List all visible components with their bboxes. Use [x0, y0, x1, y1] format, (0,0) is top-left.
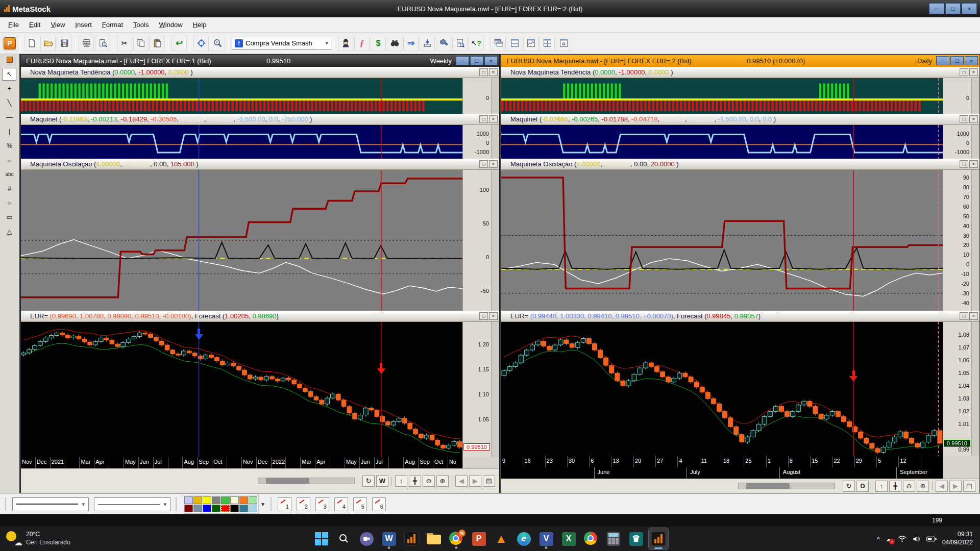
- dollar-button[interactable]: $: [371, 36, 386, 51]
- taskbar-app-vlc[interactable]: ▲: [492, 528, 511, 549]
- taskbar-app-chat[interactable]: [357, 528, 376, 549]
- tray-volume[interactable]: [912, 535, 921, 543]
- text-tool-tool[interactable]: abc: [3, 168, 16, 181]
- horizontal-scrollbar[interactable]: [738, 483, 835, 489]
- taskbar-app-explorer[interactable]: [424, 528, 444, 549]
- oscilacao-chart[interactable]: [501, 170, 943, 311]
- crosshair-tool[interactable]: +: [3, 82, 16, 95]
- window-maximize-button[interactable]: □: [470, 56, 483, 65]
- horizontal-line-tool[interactable]: —: [3, 111, 16, 123]
- period-button[interactable]: D: [856, 481, 869, 492]
- panel-close-button[interactable]: ×: [489, 312, 498, 320]
- palette-arrow-icon[interactable]: ▼: [260, 502, 265, 507]
- paste-button[interactable]: [150, 36, 165, 51]
- taskbar-app-visio[interactable]: V: [536, 528, 556, 549]
- panel-close-button[interactable]: ×: [969, 115, 978, 123]
- print-button[interactable]: [79, 36, 94, 51]
- save-chart-button[interactable]: [57, 36, 72, 51]
- reports-button[interactable]: [452, 36, 468, 51]
- p-logo-button[interactable]: P: [2, 36, 17, 51]
- indicator-builder-button[interactable]: ƒ: [354, 36, 370, 51]
- data-window-button[interactable]: ▤: [963, 481, 975, 492]
- color-swatch[interactable]: [221, 505, 230, 512]
- maquinet-chart[interactable]: [501, 125, 943, 159]
- window-titlebar[interactable]: EURUSD Nova Maquineta.mwl - [EUR=] FOREX…: [21, 55, 499, 67]
- tray-up[interactable]: ^: [877, 535, 880, 543]
- color-swatch[interactable]: [230, 505, 239, 512]
- tray-wifi[interactable]: [898, 535, 906, 543]
- price-chart[interactable]: [21, 322, 462, 457]
- explorer-button[interactable]: [387, 36, 402, 51]
- panel-close-button[interactable]: ×: [489, 68, 498, 76]
- pointer-tool[interactable]: ↖: [3, 68, 16, 81]
- app-close-button[interactable]: ×: [962, 3, 977, 14]
- taskbar-app-excel[interactable]: X: [559, 528, 578, 549]
- forecaster-button[interactable]: ⇒: [403, 36, 419, 51]
- window-minimize-button[interactable]: ─: [456, 56, 469, 65]
- next-button[interactable]: ▶: [949, 481, 962, 492]
- color-swatch[interactable]: [249, 496, 257, 504]
- month-axis[interactable]: JuneJulyAugustSeptember: [501, 467, 979, 479]
- layout-button-5[interactable]: 5: [353, 497, 367, 511]
- app-minimize-button[interactable]: ─: [929, 3, 944, 14]
- vertical-line-tool[interactable]: |: [3, 125, 16, 138]
- color-swatch[interactable]: [221, 496, 230, 504]
- tendencia-chart[interactable]: [501, 78, 943, 114]
- period-button[interactable]: W: [376, 475, 388, 487]
- menu-item-format[interactable]: Format: [97, 18, 128, 31]
- chart-window-weekly[interactable]: EURUSD Nova Maquineta.mwl - [EUR=] FOREX…: [20, 54, 500, 493]
- open-chart-button[interactable]: [40, 36, 56, 51]
- tile-chart-button[interactable]: [523, 36, 538, 51]
- refresh-button[interactable]: ↻: [843, 481, 855, 492]
- chart-window-daily[interactable]: EURUSD Nova Maquineta.mwl - [EUR=] FOREX…: [501, 54, 980, 493]
- downloader-button[interactable]: [420, 36, 435, 51]
- oscilacao-chart[interactable]: [21, 170, 462, 311]
- panel-scrollbar[interactable]: [971, 125, 979, 159]
- grid-tool-tool[interactable]: #: [3, 182, 16, 195]
- context-help-button[interactable]: ↖?: [469, 36, 484, 51]
- system-tester-button[interactable]: [436, 36, 451, 51]
- copy-button[interactable]: [133, 36, 149, 51]
- menu-item-file[interactable]: File: [3, 18, 24, 31]
- scrollbar-thumb[interactable]: [266, 478, 309, 484]
- color-swatch[interactable]: [239, 505, 248, 512]
- app-maximize-button[interactable]: □: [945, 3, 961, 14]
- print-preview-button[interactable]: [95, 36, 110, 51]
- menu-item-window[interactable]: Window: [154, 18, 187, 31]
- vscale-button[interactable]: ↕: [395, 475, 407, 487]
- zoom-in-button[interactable]: ⊕: [917, 481, 929, 492]
- tendencia-panel-header[interactable]: Nova Maquineta Tendência (0.0000, -1.000…: [21, 67, 499, 78]
- panel-restore-button[interactable]: □: [960, 115, 968, 123]
- color-swatch[interactable]: [193, 505, 202, 512]
- line-style-dropdown[interactable]: ▾: [12, 497, 89, 511]
- window-minimize-button[interactable]: ─: [936, 56, 949, 65]
- pan-button[interactable]: ╋: [409, 475, 421, 487]
- workspace-gear-button[interactable]: [556, 36, 571, 51]
- taskbar-app-powerpoint[interactable]: P: [469, 528, 488, 549]
- next-button[interactable]: ▶: [469, 475, 481, 487]
- panel-close-button[interactable]: ×: [489, 160, 498, 168]
- panel-close-button[interactable]: ×: [969, 160, 978, 168]
- panel-scrollbar[interactable]: [971, 170, 979, 311]
- menu-item-edit[interactable]: Edit: [24, 18, 45, 31]
- maquinet-panel-header[interactable]: Maquinet (-0.11863, -0.00213, -0.18429, …: [21, 114, 499, 125]
- panel-close-button[interactable]: ×: [969, 68, 978, 76]
- line-weight-dropdown[interactable]: ▾: [94, 497, 170, 511]
- ellipse-tool-tool[interactable]: ○: [3, 196, 16, 209]
- prev-button[interactable]: ◀: [455, 475, 468, 487]
- layout-button-4[interactable]: 4: [334, 497, 348, 511]
- layout-button-2[interactable]: 2: [297, 497, 310, 511]
- window-close-button[interactable]: ×: [484, 56, 498, 65]
- panel-scrollbar[interactable]: [491, 125, 499, 159]
- layout-button-6[interactable]: 6: [372, 497, 386, 511]
- taskbar-app-chrome[interactable]: [581, 528, 601, 549]
- percent-retracement-tool[interactable]: %: [3, 139, 16, 152]
- panel-restore-button[interactable]: □: [479, 160, 488, 168]
- color-swatch[interactable]: [184, 496, 193, 504]
- panel-scrollbar[interactable]: [971, 322, 979, 456]
- taskbar-app-edge[interactable]: e: [514, 528, 533, 549]
- color-swatch[interactable]: [193, 496, 202, 504]
- taskbar-app-chess[interactable]: ♛: [626, 528, 646, 549]
- price-panel-header[interactable]: EUR= (0.99440, 1.00330, 0.99410, 0.99510…: [501, 311, 979, 322]
- date-axis[interactable]: NovDec2021MarAprMayJunJulAugSepOctNovDec…: [21, 457, 499, 468]
